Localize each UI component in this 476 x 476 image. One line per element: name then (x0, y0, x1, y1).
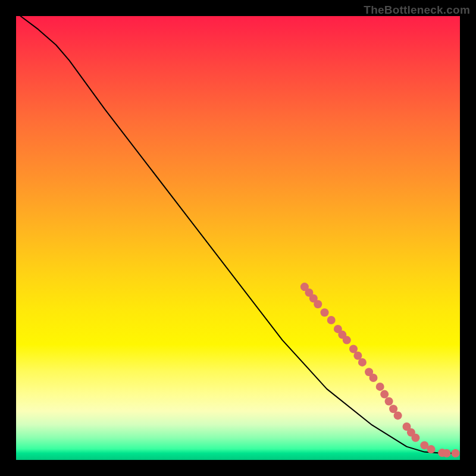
curve-marker (427, 445, 436, 453)
curve-marker (358, 358, 367, 367)
marker-group (300, 283, 460, 458)
chart-svg (16, 16, 460, 460)
curve-marker (321, 308, 329, 317)
curve-marker (385, 397, 393, 406)
curve-marker (443, 449, 451, 458)
curve-marker (411, 434, 419, 442)
curve-marker (327, 316, 336, 324)
curve-marker (394, 411, 402, 419)
curve-marker (314, 300, 322, 308)
curve-marker (380, 390, 389, 399)
curve-line (21, 16, 456, 453)
curve-marker (369, 374, 378, 382)
curve-marker (343, 336, 351, 345)
watermark-text: TheBottleneck.com (364, 4, 470, 17)
curve-marker (452, 449, 460, 458)
curve-marker (376, 383, 384, 391)
